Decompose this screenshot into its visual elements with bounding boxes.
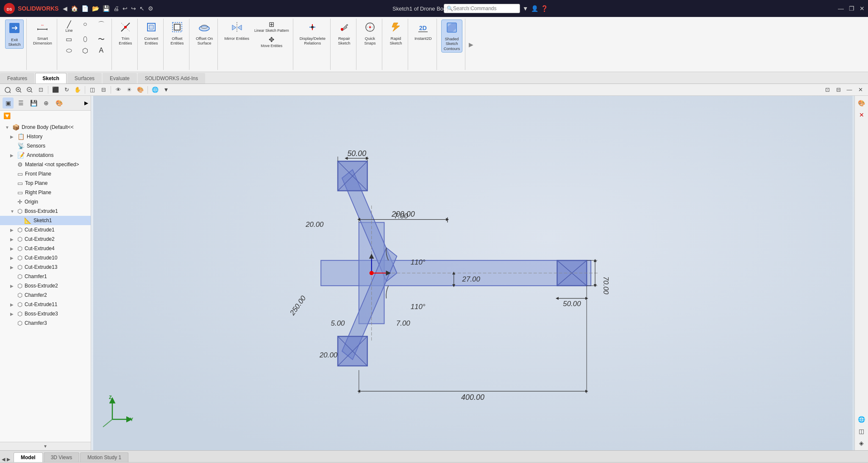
view-layout1-btn[interactable]: ⊡ — [822, 85, 832, 95]
view-more-btn[interactable]: ▼ — [161, 85, 171, 95]
spline-btn[interactable]: 〜 — [94, 34, 109, 45]
shaded-sketch-btn[interactable]: ShadedSketchContours — [441, 20, 463, 53]
trim-entities-btn[interactable]: TrimEntities — [116, 20, 135, 47]
restore-btn[interactable]: ❐ — [849, 5, 854, 12]
btab-motion-study-1[interactable]: Motion Study 1 — [80, 452, 128, 462]
filter-icon[interactable]: 🔽 — [3, 112, 11, 119]
tree-item-material[interactable]: ⚙ Material <not specified> — [0, 160, 91, 169]
line-btn[interactable]: ╱ Line — [61, 20, 77, 33]
close-btn[interactable]: ✕ — [860, 5, 865, 12]
tab-sketch[interactable]: Sketch — [35, 73, 66, 84]
tree-item-chamfer1[interactable]: ⬡ Chamfer1 — [0, 272, 91, 281]
rs-realview-btn[interactable]: ◈ — [856, 438, 867, 449]
move-entities-btn[interactable]: ✥ Move Entities — [253, 35, 290, 49]
repair-sketch-btn[interactable]: RepairSketch — [335, 20, 353, 47]
mirror-entities-btn[interactable]: Mirror Entities — [222, 20, 251, 42]
slot-btn[interactable]: ⬯ — [78, 34, 93, 45]
view-section-btn[interactable]: ⊟ — [98, 85, 108, 95]
tree-item-history[interactable]: ▶ 📋 History — [0, 132, 91, 141]
tab-evaluate[interactable]: Evaluate — [103, 73, 137, 84]
nav-print-btn[interactable]: 🖨 — [113, 5, 119, 12]
tree-item-origin[interactable]: ✛ Origin — [0, 197, 91, 206]
arc-btn[interactable]: ⌒ — [94, 20, 109, 33]
dim-expert-btn[interactable]: ⊕ — [41, 98, 52, 109]
tree-item-cut-extrude10[interactable]: ▶ ⬡ Cut-Extrude10 — [0, 253, 91, 262]
config-manager-btn[interactable]: 💾 — [28, 98, 39, 109]
view-fit-btn[interactable]: ⊡ — [36, 85, 46, 95]
view-layout3-btn[interactable]: — — [844, 85, 854, 95]
btab-arrow-left[interactable]: ◀ — [2, 457, 5, 462]
nav-home-btn[interactable]: 🏠 — [71, 5, 78, 12]
rs-close-btn[interactable]: ✕ — [856, 109, 867, 120]
tree-item-front-plane[interactable]: ▭ Front Plane — [0, 169, 91, 179]
view-filter-btn[interactable] — [3, 85, 13, 95]
tree-item-top-plane[interactable]: ▭ Top Plane — [0, 179, 91, 188]
feature-tree-btn[interactable]: ▣ — [3, 98, 14, 109]
smart-dimension-btn[interactable]: ↔ SmartDimension — [31, 20, 54, 47]
tree-item-boss-extrude3[interactable]: ▶ ⬡ Boss-Extrude3 — [0, 309, 91, 318]
offset-on-surface-btn[interactable]: Offset OnSurface — [194, 20, 215, 47]
rect-btn[interactable]: ▭ — [61, 34, 77, 45]
tree-item-cut-extrude2[interactable]: ▶ ⬡ Cut-Extrude2 — [0, 234, 91, 244]
btab-3d-views[interactable]: 3D Views — [44, 452, 79, 462]
nav-open-btn[interactable]: 📂 — [92, 5, 99, 12]
rs-decals-btn[interactable]: ◫ — [856, 426, 867, 437]
tab-features[interactable]: Features — [0, 73, 34, 84]
tree-item-cut-extrude11[interactable]: ▶ ⬡ Cut-Extrude11 — [0, 300, 91, 309]
view-hide-btn[interactable]: 👁 — [113, 85, 123, 95]
circle-btn[interactable]: ○ — [78, 20, 93, 33]
property-manager-btn[interactable]: ☰ — [15, 98, 26, 109]
panel-scroll-down[interactable]: ▼ — [0, 442, 91, 450]
view-pan-btn[interactable]: ✋ — [72, 85, 83, 95]
tree-item-sketch1[interactable]: 📐 Sketch1 — [0, 216, 91, 225]
tab-solidworks-addins[interactable]: SOLIDWORKS Add-Ins — [138, 73, 205, 84]
tree-item-annotations[interactable]: ▶ 📝 Annotations — [0, 151, 91, 160]
nav-new-btn[interactable]: 📄 — [81, 5, 89, 12]
toolbar-expand-btn[interactable]: ▶ — [469, 19, 473, 70]
display-delete-btn[interactable]: Display/DeleteRelations — [298, 20, 328, 47]
btab-model[interactable]: Model — [14, 452, 43, 462]
tree-item-chamfer2[interactable]: ⬡ Chamfer2 — [0, 290, 91, 300]
user-icon[interactable]: 👤 — [531, 5, 538, 12]
linear-sketch-btn[interactable]: ⊞ Linear Sketch Pattern — [253, 20, 290, 33]
help-icon[interactable]: ❓ — [541, 5, 548, 12]
nav-redo-btn[interactable]: ↪ — [131, 5, 136, 12]
tab-surfaces[interactable]: Surfaces — [67, 73, 102, 84]
tree-item-boss-extrude1[interactable]: ▼ ⬡ Boss-Extrude1 — [0, 206, 91, 216]
text-btn[interactable]: A — [94, 46, 109, 56]
view-cube-btn[interactable]: ⬛ — [50, 85, 61, 95]
view-zoom-in-btn[interactable] — [14, 85, 24, 95]
tree-item-chamfer3[interactable]: ⬡ Chamfer3 — [0, 318, 91, 328]
nav-undo-btn[interactable]: ↩ — [122, 5, 128, 12]
nav-back-btn[interactable]: ◀ — [63, 5, 67, 12]
quick-snaps-btn[interactable]: QuickSnaps — [361, 20, 379, 47]
exit-sketch-btn[interactable]: ExitSketch — [5, 20, 24, 49]
instant2d-btn[interactable]: 2D Instant2D — [412, 20, 434, 42]
panel-expand-arrow[interactable]: ▶ — [84, 100, 88, 106]
nav-cursor-btn[interactable]: ↖ — [139, 5, 145, 12]
display-manager-btn[interactable]: 🎨 — [53, 98, 64, 109]
tree-item-cut-extrude4[interactable]: ▶ ⬡ Cut-Extrude4 — [0, 244, 91, 253]
polygon-btn[interactable]: ⬡ — [78, 46, 93, 56]
nav-save-btn[interactable]: 💾 — [103, 5, 110, 12]
tree-item-sensors[interactable]: 📡 Sensors — [0, 141, 91, 151]
rapid-sketch-btn[interactable]: RapidSketch — [387, 20, 405, 47]
nav-options-btn[interactable]: ⚙ — [148, 5, 153, 12]
tree-item-drone-body[interactable]: ▼ 📦 Drone Body (Default<< — [0, 123, 91, 132]
view-layout4-btn[interactable]: ✕ — [855, 85, 865, 95]
view-appearance-btn[interactable]: 🎨 — [135, 85, 145, 95]
tree-item-cut-extrude1[interactable]: ▶ ⬡ Cut-Extrude1 — [0, 225, 91, 234]
sketch-canvas[interactable]: 50.00 7.00 20.00 200.00 110° 250.00 5.00… — [91, 96, 854, 450]
search-dropdown-btn[interactable]: ▼ — [523, 5, 529, 12]
view-layout2-btn[interactable]: ⊟ — [833, 85, 843, 95]
minimize-btn[interactable]: — — [838, 5, 844, 12]
ellipse-btn[interactable]: ⬭ — [61, 46, 77, 56]
view-scene-btn[interactable]: 🌐 — [150, 85, 160, 95]
offset-entities-btn[interactable]: OffsetEntities — [168, 20, 186, 47]
convert-entities-btn[interactable]: ConvertEntities — [142, 20, 161, 47]
view-lighting-btn[interactable]: ☀ — [124, 85, 134, 95]
tree-item-boss-extrude2[interactable]: ▶ ⬡ Boss-Extrude2 — [0, 281, 91, 290]
rs-appearances-btn[interactable]: 🎨 — [856, 98, 867, 109]
rs-scene-btn[interactable]: 🌐 — [856, 414, 867, 425]
view-zoom-out-btn[interactable] — [25, 85, 35, 95]
